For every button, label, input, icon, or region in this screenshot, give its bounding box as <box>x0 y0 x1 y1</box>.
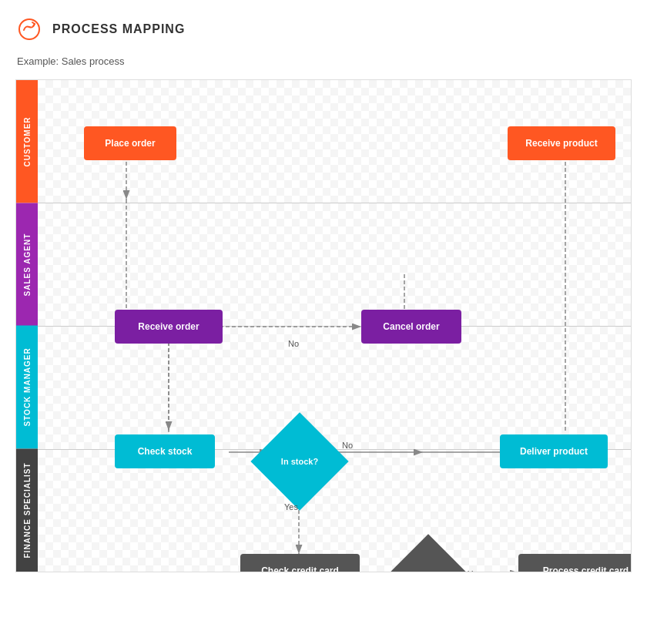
swimlanes-content: Place order Receive product Receive orde… <box>38 80 631 572</box>
cancel-order-label: Cancel order <box>383 321 439 332</box>
page-title: PROCESS MAPPING <box>52 22 185 36</box>
process-mapping-icon <box>15 15 43 43</box>
node-cancel-order[interactable]: Cancel order <box>361 310 461 344</box>
node-place-order[interactable]: Place order <box>84 126 176 160</box>
receive-product-label: Receive product <box>525 138 597 149</box>
node-receive-product[interactable]: Receive product <box>508 126 615 160</box>
deliver-product-label: Deliver product <box>520 446 588 457</box>
place-order-label: Place order <box>105 138 155 149</box>
svg-point-0 <box>19 19 39 39</box>
header: PROCESS MAPPING <box>15 15 632 49</box>
node-check-credit-card[interactable]: Check credit card <box>240 554 360 572</box>
receive-order-label: Receive order <box>138 321 199 332</box>
yes-label-1: Yes <box>284 502 298 512</box>
node-process-credit-card[interactable]: Process credit card <box>518 554 632 572</box>
node-in-stock[interactable]: In stock? <box>265 427 334 496</box>
no-label-2: No <box>342 441 353 450</box>
swimlane-label-customer: CUSTOMER <box>16 80 38 203</box>
node-deliver-product[interactable]: Deliver product <box>500 434 608 468</box>
swimlane-label-sales-agent: SALES AGENT <box>16 203 38 327</box>
page-wrapper: PROCESS MAPPING Example: Sales process C… <box>0 0 647 644</box>
yes-label-2: Yes <box>468 569 481 572</box>
subtitle: Example: Sales process <box>15 55 632 67</box>
swimlane-row-stock-manager <box>38 327 631 450</box>
check-credit-card-label: Check credit card <box>261 565 339 572</box>
check-stock-label: Check stock <box>138 446 193 457</box>
diagram-container: CUSTOMER SALES AGENT STOCK MANAGER FINAN… <box>15 79 632 572</box>
node-check-stock[interactable]: Check stock <box>115 434 215 468</box>
swimlane-label-finance-specialist: FINANCE SPECIALIST <box>16 449 38 572</box>
in-stock-label: In stock? <box>281 457 318 466</box>
node-card-valid[interactable]: Card valid? <box>394 548 463 572</box>
swimlane-labels: CUSTOMER SALES AGENT STOCK MANAGER FINAN… <box>16 80 38 572</box>
no-label-1: No <box>288 339 299 348</box>
process-credit-card-label: Process credit card <box>543 565 629 572</box>
node-receive-order[interactable]: Receive order <box>115 310 223 344</box>
swimlane-label-stock-manager: STOCK MANAGER <box>16 326 38 449</box>
swimlane-row-sales-agent <box>38 203 631 327</box>
